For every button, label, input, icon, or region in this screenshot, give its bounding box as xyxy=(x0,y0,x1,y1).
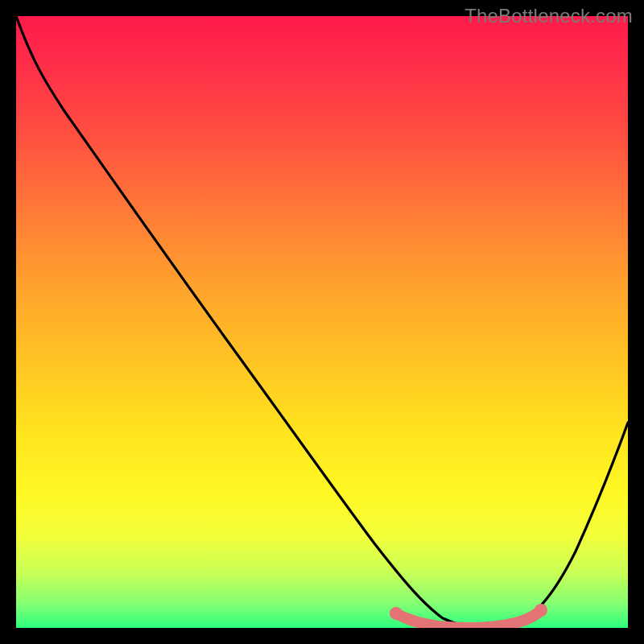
optimal-range-marker xyxy=(396,610,541,628)
bottleneck-curve xyxy=(16,16,628,628)
curves-layer xyxy=(16,16,628,628)
chart-frame: TheBottleneck.com xyxy=(0,0,644,644)
optimal-range-end-dot xyxy=(535,604,547,617)
watermark-text: TheBottleneck.com xyxy=(464,5,633,27)
optimal-range-start-dot xyxy=(390,607,402,620)
